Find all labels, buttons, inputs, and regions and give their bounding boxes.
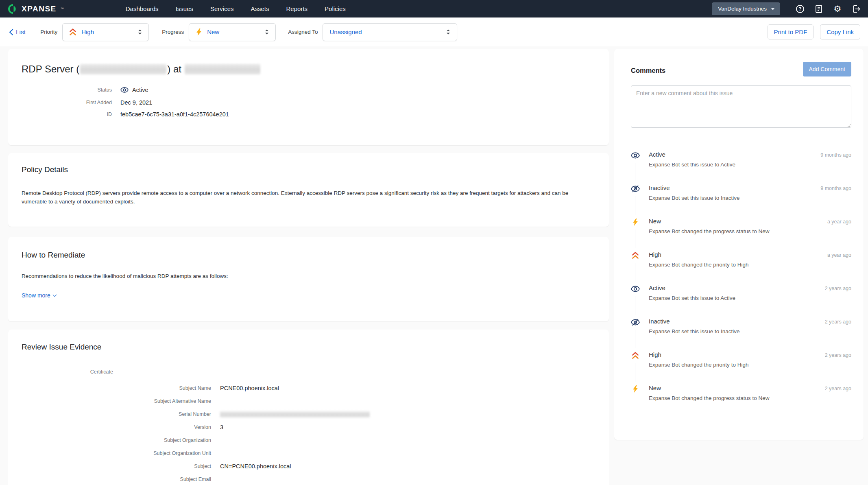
timeline-item: Newa year ago Expanse Bot changed the pr… <box>631 218 851 251</box>
page-title: RDP Server () at <box>22 63 596 75</box>
how-to-remediate-heading: How to Remediate <box>22 251 595 260</box>
evidence-row: Serial Number <box>22 408 595 421</box>
add-comment-button[interactable]: Add Comment <box>803 62 851 76</box>
spinner-icon <box>263 28 270 36</box>
evidence-row: Subject Organization Unit <box>22 447 595 460</box>
evidence-row: Subject CN=PCNE00.phoenix.local <box>22 460 595 473</box>
copy-link-button[interactable]: Copy Link <box>820 24 860 39</box>
how-to-remediate-text: Recommendations to reduce the likelihood… <box>22 272 594 280</box>
comment-input[interactable] <box>631 85 851 128</box>
eye-icon <box>631 151 640 160</box>
assigned-to-value: Unassigned <box>329 28 445 35</box>
nav-item-policies[interactable]: Policies <box>325 5 346 12</box>
xpanse-logo-icon <box>8 4 18 14</box>
priority-high-icon <box>631 351 640 360</box>
policy-details-heading: Policy Details <box>22 165 595 174</box>
lightning-icon <box>631 385 640 393</box>
review-issue-evidence-heading: Review Issue Evidence <box>22 343 595 352</box>
org-name: VanDelay Industries <box>718 6 767 12</box>
timeline-connector <box>635 296 635 315</box>
chevron-left-icon <box>9 29 13 35</box>
eye-icon <box>120 86 129 94</box>
status-value: Active <box>120 86 148 94</box>
settings-icon[interactable]: ⚙ <box>833 4 842 13</box>
issue-id-value: feb5cae7-6c75-3a31-a0f1-4c257604e201 <box>120 111 229 118</box>
priority-dropdown[interactable]: High <box>62 23 149 41</box>
priority-value: High <box>81 28 136 35</box>
nav-menu: Dashboards Issues Services Assets Report… <box>126 5 346 12</box>
timeline-item: Active9 months ago Expanse Bot set this … <box>631 151 851 184</box>
xpanse-logo[interactable]: XPANSE™ <box>8 4 64 14</box>
lightning-icon <box>631 218 640 227</box>
assigned-to-dropdown[interactable]: Unassigned <box>323 23 457 41</box>
timeline-connector <box>635 363 635 382</box>
policy-details-text: Remote Desktop Protocol (RDP) servers pr… <box>22 189 594 206</box>
timeline-connector <box>635 163 635 181</box>
nav-item-dashboards[interactable]: Dashboards <box>126 5 159 12</box>
spinner-icon <box>136 28 144 36</box>
status-row: Status Active <box>22 86 596 94</box>
help-icon[interactable]: ? <box>796 4 805 13</box>
nav-item-assets[interactable]: Assets <box>251 5 269 12</box>
first-added-value: Dec 9, 2021 <box>120 99 152 106</box>
certificate-group-label: Certificate <box>22 369 113 375</box>
issue-toolbar: List Priority High Progress New Assigned… <box>0 17 868 46</box>
back-to-list-link[interactable]: List <box>9 28 26 36</box>
priority-label: Priority <box>40 29 57 35</box>
issue-overview-card: RDP Server () at Status Active First Add… <box>8 49 609 145</box>
status-label: Status <box>22 87 112 93</box>
progress-value: New <box>207 28 263 35</box>
timeline-connector <box>635 196 635 215</box>
timeline-item: Higha year ago Expanse Bot changed the p… <box>631 251 851 284</box>
progress-dropdown[interactable]: New <box>189 23 276 41</box>
priority-high-icon <box>68 28 77 37</box>
redacted-ip-address <box>185 64 260 74</box>
issue-id-label: ID <box>22 111 112 117</box>
activity-timeline: Active9 months ago Expanse Bot set this … <box>631 151 851 413</box>
show-more-link[interactable]: Show more <box>22 292 56 299</box>
lightning-icon <box>195 28 203 37</box>
divider <box>631 139 851 139</box>
timeline-item: Inactive9 months ago Expanse Bot set thi… <box>631 184 851 218</box>
evidence-row: Subject Name PCNE00.phoenix.local <box>22 382 595 395</box>
evidence-row: Subject Alternative Name <box>22 395 595 408</box>
how-to-remediate-card: How to Remediate Recommendations to redu… <box>8 237 609 321</box>
comments-panel: Comments Add Comment Active9 months ago … <box>614 49 864 440</box>
brand-name: XPANSE <box>22 4 57 13</box>
chevron-down-icon <box>52 293 57 297</box>
redacted-serial-number <box>220 411 370 417</box>
evidence-row: Subject Organization <box>22 434 595 447</box>
timeline-item: Inactive2 years ago Expanse Bot set this… <box>631 318 851 351</box>
nav-item-reports[interactable]: Reports <box>286 5 308 12</box>
print-to-pdf-button[interactable]: Print to PDF <box>768 24 814 39</box>
timeline-connector <box>635 330 635 348</box>
nav-item-issues[interactable]: Issues <box>176 5 193 12</box>
top-nav: XPANSE™ Dashboards Issues Services Asset… <box>0 0 868 17</box>
eye-off-icon <box>631 318 640 327</box>
first-added-label: First Added <box>22 100 112 105</box>
redacted-hostname <box>80 64 166 74</box>
assigned-to-label: Assigned To <box>288 29 318 35</box>
comments-heading: Comments <box>631 67 665 74</box>
policy-details-card: Policy Details Remote Desktop Protocol (… <box>8 153 609 227</box>
issue-id-row: ID feb5cae7-6c75-3a31-a0f1-4c257604e201 <box>22 111 596 118</box>
review-issue-evidence-card: Review Issue Evidence Certificate Subjec… <box>8 330 609 485</box>
brand-trademark: ™ <box>61 7 64 11</box>
evidence-row: Subject Email <box>22 473 595 485</box>
spinner-icon <box>445 28 452 36</box>
timeline-connector <box>635 263 635 282</box>
progress-label: Progress <box>162 29 184 35</box>
timeline-item: Active2 years ago Expanse Bot set this i… <box>631 284 851 318</box>
nav-item-services[interactable]: Services <box>210 5 234 12</box>
timeline-item: High2 years ago Expanse Bot changed the … <box>631 351 851 385</box>
chevron-down-icon <box>771 8 775 10</box>
sign-out-icon[interactable] <box>852 4 861 13</box>
priority-high-icon <box>631 251 640 260</box>
org-selector-button[interactable]: VanDelay Industries <box>712 2 780 15</box>
eye-icon <box>631 284 640 293</box>
release-notes-icon[interactable] <box>814 4 823 13</box>
eye-off-icon <box>631 184 640 193</box>
timeline-item: New2 years ago Expanse Bot changed the p… <box>631 385 851 413</box>
first-added-row: First Added Dec 9, 2021 <box>22 99 596 106</box>
timeline-connector <box>635 229 635 248</box>
